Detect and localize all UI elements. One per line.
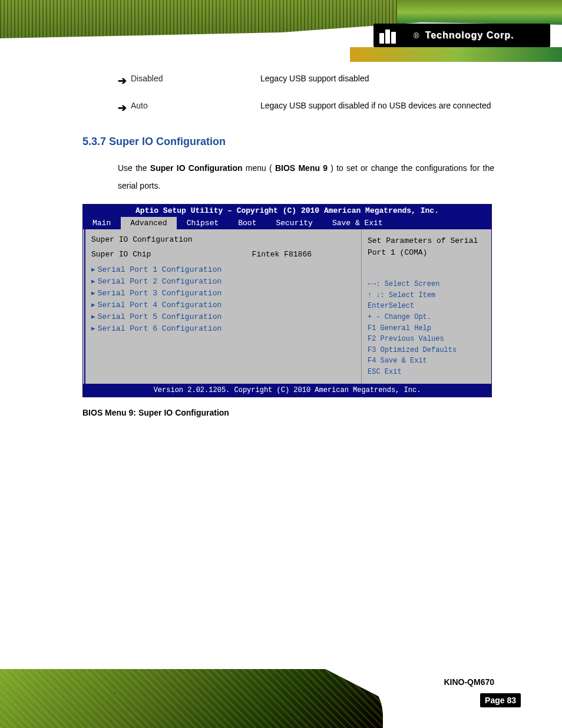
bios-nav-line: F2 Previous Values xyxy=(368,334,485,345)
bullet-row: ➔ Disabled Legacy USB support disabled xyxy=(118,71,494,91)
bios-chip-label: Super IO Chip xyxy=(91,250,151,259)
banner-accent-strip xyxy=(350,47,562,62)
section-heading: 5.3.7 Super IO Configuration xyxy=(82,136,494,148)
bios-nav-line: F3 Optimized Defaults xyxy=(368,345,485,356)
bios-chip-value: Fintek F81866 xyxy=(252,250,312,259)
bios-menu-item[interactable]: ▸ Serial Port 2 Configuration xyxy=(91,275,353,287)
bios-nav-line: ↑ ↓: Select Item xyxy=(368,290,485,301)
product-label: KINO-QM670 xyxy=(444,677,494,687)
main-content: ➔ Disabled Legacy USB support disabled ➔… xyxy=(0,71,562,417)
bios-item-label: Serial Port 6 Configuration xyxy=(98,324,222,333)
para-bold: BIOS Menu 9 xyxy=(275,163,328,173)
bios-right-panel: Set Parameters of Serial Port 1 (COMA) ←… xyxy=(362,229,491,383)
logo-text: Technology Corp. xyxy=(425,30,514,41)
bios-item-label: Serial Port 2 Configuration xyxy=(98,277,222,286)
caret-right-icon: ▸ xyxy=(91,288,98,297)
bios-item-label: Serial Port 4 Configuration xyxy=(98,301,222,309)
caret-right-icon: ▸ xyxy=(91,276,98,285)
bios-nav-line: ←→: Select Screen xyxy=(368,279,485,290)
bios-menu-item[interactable]: ▸ Serial Port 5 Configuration xyxy=(91,311,353,322)
bullet-label: Disabled xyxy=(131,71,260,87)
para-text: menu ( xyxy=(246,163,272,173)
bios-item-label: Serial Port 3 Configuration xyxy=(98,289,222,298)
bios-nav-line: F4 Save & Exit xyxy=(368,355,485,367)
bullet-label: Auto xyxy=(131,98,260,114)
caret-right-icon: ▸ xyxy=(91,300,98,309)
bios-tab-security[interactable]: Security xyxy=(266,217,322,229)
bios-tab-main[interactable]: Main xyxy=(83,217,121,229)
bios-item-label: Serial Port 5 Configuration xyxy=(98,312,222,321)
bios-menu-item[interactable]: ▸ Serial Port 4 Configuration xyxy=(91,299,353,311)
bios-nav-line: EnterSelect xyxy=(368,301,485,312)
top-banner: ® Technology Corp. xyxy=(0,0,562,62)
bios-footer: Version 2.02.1205. Copyright (C) 2010 Am… xyxy=(83,384,491,397)
iei-logo-icon xyxy=(379,27,409,44)
bios-body: Super IO Configuration Super IO Chip Fin… xyxy=(83,229,491,383)
bottom-banner: KINO-QM670 Page 83 xyxy=(0,657,562,728)
caret-right-icon: ▸ xyxy=(91,312,98,321)
bios-tab-chipset[interactable]: Chipset xyxy=(177,217,229,229)
bios-nav-line: ESC Exit xyxy=(368,367,485,378)
bios-nav-line: + - Change Opt. xyxy=(368,312,485,323)
bios-tab-save-exit[interactable]: Save & Exit xyxy=(323,217,393,229)
bios-menu-item[interactable]: ▸ Serial Port 3 Configuration xyxy=(91,287,353,299)
bios-tab-bar: Main Advanced Chipset Boot Security Save… xyxy=(83,217,491,229)
page-number: Page 83 xyxy=(480,693,521,707)
caret-right-icon: ▸ xyxy=(91,265,98,274)
bios-nav-line: F1 General Help xyxy=(368,323,485,334)
bios-tab-advanced[interactable]: Advanced xyxy=(121,217,177,229)
bios-title: Aptio Setup Utility – Copyright (C) 2010… xyxy=(83,205,491,217)
arrow-right-icon: ➔ xyxy=(118,98,131,118)
bullet-description: Legacy USB support disabled if no USB de… xyxy=(260,98,494,114)
registered-mark: ® xyxy=(414,31,419,40)
bios-chip-row: Super IO Chip Fintek F81866 xyxy=(91,250,353,259)
bios-tab-boot[interactable]: Boot xyxy=(229,217,266,229)
bullet-description: Legacy USB support disabled xyxy=(260,71,494,87)
bios-menu-item[interactable]: ▸ Serial Port 6 Configuration xyxy=(91,322,353,334)
bottom-decor xyxy=(0,669,383,728)
arrow-right-icon: ➔ xyxy=(118,71,131,91)
bios-screenshot: Aptio Setup Utility – Copyright (C) 2010… xyxy=(82,204,492,397)
bullet-row: ➔ Auto Legacy USB support disabled if no… xyxy=(118,98,494,118)
para-text: Use the xyxy=(118,163,150,173)
logo-strip: ® Technology Corp. xyxy=(373,24,550,47)
para-bold: Super IO Configuration xyxy=(150,163,243,173)
figure-caption: BIOS Menu 9: Super IO Configuration xyxy=(82,408,494,417)
section-paragraph: Use the Super IO Configuration menu ( BI… xyxy=(118,160,494,195)
bios-left-panel: Super IO Configuration Super IO Chip Fin… xyxy=(83,229,362,383)
caret-right-icon: ▸ xyxy=(91,324,98,332)
bios-left-heading: Super IO Configuration xyxy=(91,235,353,244)
bios-hint: Set Parameters of Serial Port 1 (COMA) xyxy=(368,235,485,258)
bios-menu-item[interactable]: ▸ Serial Port 1 Configuration xyxy=(91,263,353,275)
bios-item-label: Serial Port 1 Configuration xyxy=(98,265,222,274)
